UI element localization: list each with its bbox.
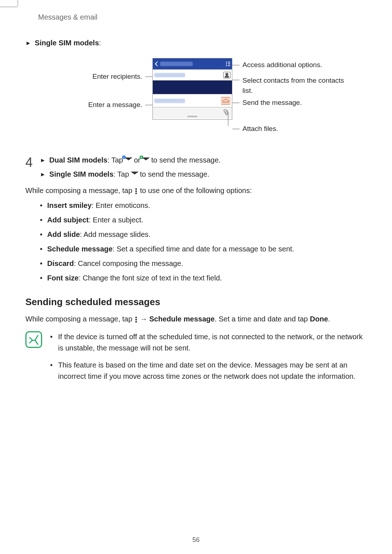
colon: : <box>99 39 101 47</box>
send-sim1-icon: 1 <box>124 157 132 163</box>
callout-message: Enter a message. <box>25 101 152 109</box>
option-desc: : Set a specified time and date for a me… <box>113 245 294 253</box>
back-icon <box>154 61 193 67</box>
attach-row <box>153 107 232 119</box>
option-desc: : Enter a subject. <box>89 216 143 224</box>
running-header: Messages & email <box>38 13 367 21</box>
done-text: Done <box>310 315 328 323</box>
dual-sim-line: ► Dual SIM models: Tap 1 or 2 to send th… <box>40 156 367 164</box>
option-desc: : Change the font size of text in the te… <box>79 274 222 282</box>
note-icon <box>25 331 42 348</box>
option-title: Add subject <box>47 216 89 224</box>
message-row <box>153 94 232 107</box>
recipients-row <box>153 69 232 80</box>
crop-mark-vertical <box>17 0 18 7</box>
text: to use one of the following options: <box>138 186 252 194</box>
dual-sim-label: Dual SIM models <box>49 156 107 164</box>
callout-contacts: Select contacts from the contacts list. <box>232 75 351 95</box>
arrow-text: → <box>138 315 149 323</box>
send-icon <box>221 97 230 105</box>
option-insert-smiley: Insert smiley: Enter emoticons. <box>40 200 367 211</box>
manual-page: Messages & email ► Single SIM models: <box>0 0 392 554</box>
crop-mark-horizontal <box>0 7 17 7</box>
option-title: Insert smiley <box>47 201 91 209</box>
text: : Tap <box>107 156 123 164</box>
callout-send-text: Send the message. <box>242 99 302 107</box>
single-sim-label: Single SIM models <box>35 39 99 47</box>
message-placeholder-blur <box>154 99 185 103</box>
option-discard: Discard: Cancel composing the message. <box>40 258 367 269</box>
drag-handle-icon <box>187 116 197 117</box>
connector-line <box>228 114 228 126</box>
more-icon <box>225 61 230 67</box>
option-add-slide: Add slide: Add message slides. <box>40 229 367 240</box>
option-schedule: Schedule message: Set a specified time a… <box>40 243 367 254</box>
option-desc: : Enter emoticons. <box>91 201 150 209</box>
text: : Tap <box>114 170 129 178</box>
step-4: 4 ► Dual SIM models: Tap 1 or 2 to send … <box>25 156 367 178</box>
callout-recipients: Enter recipients. <box>25 73 152 81</box>
page-number: 56 <box>0 536 392 544</box>
send-icon <box>131 172 139 177</box>
text: While composing a message, tap <box>25 186 134 194</box>
more-menu-icon <box>135 188 137 195</box>
contacts-icon <box>223 72 230 78</box>
text: While composing a message, tap <box>25 315 134 323</box>
text: . <box>328 315 330 323</box>
triangle-bullet-icon: ► <box>40 157 46 164</box>
phone-titlebar <box>153 58 232 69</box>
option-title: Schedule message <box>47 245 113 253</box>
svg-rect-3 <box>228 62 230 62</box>
callout-message-text: Enter a message. <box>88 101 142 109</box>
paperclip-icon <box>222 108 232 119</box>
option-desc: : Add message slides. <box>80 230 151 238</box>
callout-attach-text: Attach files. <box>242 125 278 133</box>
svg-point-2 <box>226 65 227 66</box>
note-block: If the device is turned off at the sched… <box>25 331 367 388</box>
dark-spacer <box>153 80 232 94</box>
note-item: If the device is turned off at the sched… <box>50 331 367 354</box>
option-title: Add slide <box>47 230 80 238</box>
text: to send the message. <box>140 170 209 178</box>
compose-diagram: Enter recipients. Enter a message. Acces… <box>25 58 367 141</box>
callout-attach: Attach files. <box>232 125 278 133</box>
schedule-link-text: Schedule message <box>149 315 215 323</box>
recipients-placeholder-blur <box>154 73 185 77</box>
send-sim2-icon: 2 <box>142 157 150 163</box>
phone-title-blur <box>160 62 193 66</box>
scheduled-heading: Sending scheduled messages <box>25 296 367 308</box>
callout-options-text: Access additional options. <box>242 61 322 69</box>
option-font-size: Font size: Change the font size of text … <box>40 272 367 283</box>
text: . Set a time and date and tap <box>215 315 310 323</box>
compose-options-intro: While composing a message, tap to use on… <box>25 185 367 196</box>
phone-mock <box>152 58 232 120</box>
text: to send the message. <box>151 156 221 164</box>
note-list: If the device is turned off at the sched… <box>50 331 367 388</box>
more-menu-icon <box>135 316 137 323</box>
option-title: Discard <box>47 259 74 267</box>
callout-send: Send the message. <box>232 99 302 107</box>
scheduled-para: While composing a message, tap → Schedul… <box>25 313 367 325</box>
single-sim-label2: Single SIM models <box>49 170 114 178</box>
step-number: 4 <box>25 156 40 169</box>
single-sim-intro: ► Single SIM models: <box>25 39 367 47</box>
svg-rect-4 <box>228 63 230 64</box>
option-desc: : Cancel composing the message. <box>74 259 183 267</box>
svg-point-1 <box>226 63 227 65</box>
option-add-subject: Add subject: Enter a subject. <box>40 214 367 225</box>
note-item: This feature is based on the time and da… <box>50 360 367 382</box>
option-title: Font size <box>47 274 79 282</box>
callout-options: Access additional options. <box>232 61 322 69</box>
svg-point-0 <box>226 62 227 63</box>
svg-rect-5 <box>228 65 230 66</box>
callout-recipients-text: Enter recipients. <box>93 73 142 81</box>
callout-contacts-text: Select contacts from the contacts list. <box>242 75 351 95</box>
triangle-bullet-icon: ► <box>25 40 31 46</box>
triangle-bullet-icon: ► <box>40 171 46 178</box>
single-sim-line: ► Single SIM models: Tap to send the mes… <box>40 170 367 178</box>
options-list: Insert smiley: Enter emoticons. Add subj… <box>40 200 367 283</box>
